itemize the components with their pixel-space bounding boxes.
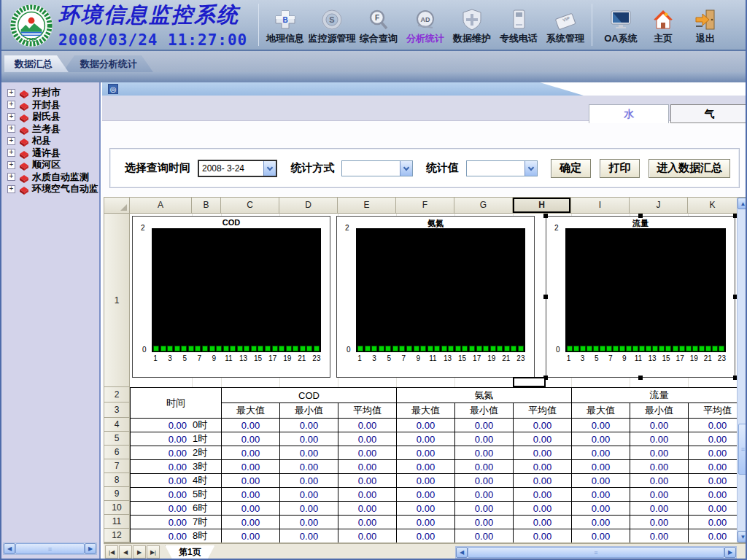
expand-plus-icon[interactable]: + (7, 125, 15, 133)
nav-item-6[interactable]: VIP系统管理 (542, 5, 589, 45)
column-header-K[interactable]: K (688, 198, 738, 214)
tree-item-1[interactable]: +开封县 (7, 99, 101, 112)
sys-item-2[interactable]: 退出 (684, 5, 727, 45)
tree-item-5[interactable]: +通许县 (7, 147, 101, 160)
chevron-down-icon[interactable] (400, 161, 412, 176)
value-cell[interactable]: 0.00 (514, 516, 572, 529)
value-cell[interactable]: 0.00 (280, 419, 338, 432)
value-cell[interactable]: 0.00 (338, 516, 397, 529)
value-cell[interactable]: 0.00 (455, 460, 514, 474)
sub-header[interactable]: 最小值 (280, 403, 338, 419)
sub-header[interactable]: 最大值 (572, 403, 630, 419)
selection-handle[interactable] (638, 376, 643, 380)
sheet-next-icon[interactable]: ▶ (133, 545, 146, 559)
tree-item-7[interactable]: +水质自动监测 (7, 171, 101, 184)
expand-plus-icon[interactable]: + (7, 89, 15, 97)
value-cell[interactable]: 0.00 (455, 474, 514, 488)
value-cell[interactable]: 0.00 (630, 516, 689, 529)
value-cell[interactable]: 0.00 (689, 419, 737, 432)
sheet-first-icon[interactable]: |◀ (105, 545, 118, 559)
value-cell[interactable]: 0.00 (280, 446, 338, 460)
value-cell[interactable]: 0.00 (630, 529, 689, 542)
expand-plus-icon[interactable]: + (7, 101, 15, 109)
value-cell[interactable]: 0.00 (338, 488, 397, 502)
chevron-down-icon[interactable] (525, 161, 537, 176)
row-header-9[interactable]: 9 (104, 487, 130, 501)
row-header-7[interactable]: 7 (104, 459, 130, 473)
tree-item-3[interactable]: +兰考县 (7, 123, 101, 136)
value-cell[interactable]: 0.00 (689, 516, 737, 529)
selection-handle[interactable] (638, 214, 643, 218)
value-cell[interactable]: 0.00 (222, 529, 280, 542)
scroll-thumb[interactable] (738, 424, 747, 475)
value-cell[interactable]: 0.00 (338, 432, 397, 446)
time-cell[interactable]: 0.004时 (131, 474, 222, 488)
expand-plus-icon[interactable]: + (7, 149, 15, 157)
time-cell[interactable]: 0.002时 (131, 446, 222, 460)
value-cell[interactable]: 0.00 (514, 419, 572, 432)
value-cell[interactable]: 0.00 (222, 432, 280, 446)
column-header-I[interactable]: I (571, 198, 630, 214)
value-cell[interactable]: 0.00 (455, 446, 514, 460)
grid-vscrollbar[interactable]: ▲ ▼ (737, 198, 747, 542)
sub-header[interactable]: 最大值 (397, 403, 455, 419)
value-cell[interactable]: 0.00 (630, 502, 689, 516)
tree-item-4[interactable]: +杞县 (7, 135, 101, 147)
value-cell[interactable]: 0.00 (514, 460, 572, 474)
value-cell[interactable]: 0.00 (689, 529, 737, 542)
time-header-cell[interactable]: 时间 (131, 388, 222, 419)
column-header-J[interactable]: J (630, 198, 688, 214)
sub-header[interactable]: 最小值 (455, 403, 514, 419)
value-cell[interactable]: 0.00 (455, 419, 514, 432)
value-cell[interactable]: 0.00 (689, 502, 737, 516)
chart-panel-0[interactable]: COD 2 0 1357911131517192123 (132, 216, 330, 378)
value-cell[interactable]: 0.00 (222, 419, 280, 432)
nav-item-4[interactable]: 数据维护 (449, 5, 495, 45)
scroll-right-icon[interactable]: ▶ (724, 547, 736, 558)
selected-cell-outline[interactable] (513, 377, 546, 387)
row-header-8[interactable]: 8 (104, 473, 130, 487)
scroll-left-icon[interactable]: ◀ (456, 547, 468, 558)
sub-header[interactable]: 最小值 (630, 403, 689, 419)
value-cell[interactable]: 0.00 (397, 474, 455, 488)
row-header-3[interactable]: 3 (104, 402, 130, 418)
value-cell[interactable]: 0.00 (397, 502, 455, 516)
value-cell[interactable]: 0.00 (689, 460, 737, 474)
value-cell[interactable]: 0.00 (630, 460, 689, 474)
tab-data-summary[interactable]: 数据汇总 (4, 55, 69, 72)
time-cell[interactable]: 0.007时 (131, 516, 222, 529)
sub-header[interactable]: 最大值 (222, 403, 280, 419)
value-cell[interactable]: 0.00 (280, 474, 338, 488)
value-cell[interactable]: 0.00 (572, 446, 630, 460)
value-cell[interactable]: 0.00 (689, 446, 737, 460)
value-cell[interactable]: 0.00 (338, 419, 397, 432)
value-cell[interactable]: 0.00 (397, 488, 455, 502)
sys-item-1[interactable]: 主页 (642, 5, 684, 45)
time-cell[interactable]: 0.005时 (131, 488, 222, 502)
value-cell[interactable]: 0.00 (397, 529, 455, 542)
scroll-down-icon[interactable]: ▼ (738, 531, 747, 542)
value-cell[interactable]: 0.00 (397, 432, 455, 446)
row-header-2[interactable]: 2 (104, 387, 130, 402)
column-header-A[interactable]: A (130, 198, 192, 214)
value-cell[interactable]: 0.00 (514, 529, 572, 542)
value-cell[interactable]: 0.00 (397, 419, 455, 432)
sys-item-0[interactable]: OA系统 (600, 5, 642, 45)
value-cell[interactable]: 0.00 (280, 460, 338, 474)
chevron-down-icon[interactable] (263, 161, 276, 176)
grid-corner-cell[interactable] (104, 198, 130, 214)
sheet-last-icon[interactable]: ▶| (147, 545, 160, 559)
group-header-2[interactable]: 流量 (572, 388, 737, 403)
value-cell[interactable]: 0.00 (338, 502, 397, 516)
column-header-H[interactable]: H (513, 198, 571, 214)
group-header-0[interactable]: COD (222, 388, 397, 403)
value-cell[interactable]: 0.00 (689, 474, 737, 488)
sheet-prev-icon[interactable]: ◀ (119, 545, 132, 559)
expand-plus-icon[interactable]: + (7, 185, 15, 193)
value-cell[interactable]: 0.00 (280, 516, 338, 529)
value-cell[interactable]: 0.00 (338, 460, 397, 474)
expand-plus-icon[interactable]: + (7, 113, 15, 121)
value-cell[interactable]: 0.00 (572, 502, 630, 516)
value-cell[interactable]: 0.00 (455, 432, 514, 446)
value-cell[interactable]: 0.00 (397, 516, 455, 529)
